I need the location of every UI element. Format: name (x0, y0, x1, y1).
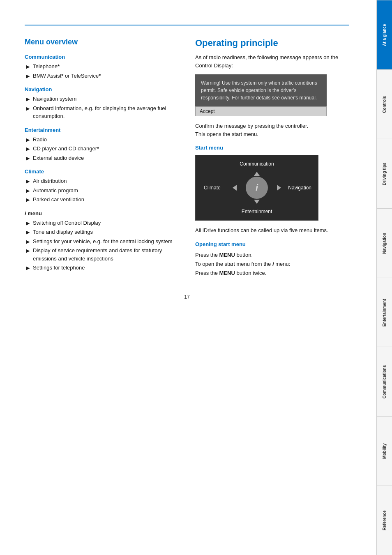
arrow-left-icon (233, 185, 237, 191)
opening-start-menu-heading: Opening start menu (195, 241, 349, 247)
list-item: ▶ External audio device (26, 154, 179, 162)
arrow-icon: ▶ (26, 220, 30, 227)
confirm-text: Confirm the message by pressing the cont… (195, 122, 349, 138)
accept-label: Accept (200, 108, 215, 114)
arrow-icon: ▶ (26, 155, 30, 162)
list-item-text: Switching off Control Display (33, 219, 101, 227)
warning-text: Warning! Use this system only when traff… (201, 80, 317, 101)
arrow-icon: ▶ (26, 96, 30, 103)
arrow-right-icon (277, 185, 281, 191)
list-item: ▶ Automatic program (26, 187, 179, 195)
operating-principle-title: Operating principle (195, 38, 349, 48)
start-menu-diagram: Communication Climate i Navigation Enter… (195, 155, 318, 221)
list-item: ▶ BMW Assist* or TeleService* (26, 72, 179, 80)
list-item-text: CD player and CD changer* (33, 145, 99, 153)
arrow-icon: ▶ (26, 238, 30, 245)
start-menu-heading: Start menu (195, 145, 349, 151)
sidebar-tab-controls[interactable]: Controls (377, 69, 392, 139)
list-item-text: Automatic program (33, 187, 78, 195)
opening-start-menu-text: Press the MENU button. To open the start… (195, 251, 349, 278)
list-item-text: Telephone* (33, 62, 60, 71)
arrow-icon: ▶ (26, 178, 30, 185)
all-idrive-text: All iDrive functions can be called up vi… (195, 226, 349, 235)
i-char: i (272, 261, 274, 267)
right-column: Operating principle As of radio readines… (195, 38, 349, 278)
climate-heading: Climate (25, 168, 179, 175)
arrow-icon: ▶ (26, 196, 30, 203)
arrow-icon: ▶ (26, 105, 30, 112)
list-item-text: Settings for your vehicle, e.g. for the … (33, 237, 173, 246)
list-item-text: Navigation system (33, 95, 76, 103)
entertainment-list: ▶ Radio ▶ CD player and CD changer* ▶ Ex… (25, 136, 179, 162)
navigation-heading: Navigation (25, 86, 179, 92)
sidebar-tab-reference[interactable]: Reference (377, 486, 392, 555)
diagram-navigation-label: Navigation (288, 185, 311, 191)
main-content: Menu overview Communication ▶ Telephone*… (0, 0, 362, 555)
menu-button-bold-1: MENU (219, 252, 235, 258)
list-item: ▶ Onboard information, e.g. for displayi… (26, 104, 179, 120)
list-item: ▶ Tone and display settings (26, 228, 179, 236)
menu-overview-title: Menu overview (25, 38, 179, 46)
diagram-communication-label: Communication (240, 161, 274, 167)
arrow-icon: ▶ (26, 145, 30, 152)
diagram-climate-label: Climate (204, 185, 221, 191)
menu-button-bold-2: MENU (219, 270, 235, 276)
arrow-icon: ▶ (26, 73, 30, 80)
sidebar-tab-entertainment[interactable]: Entertainment (377, 278, 392, 347)
right-sidebar: At a glance Controls Driving tips Naviga… (376, 0, 392, 555)
list-item: ▶ Settings for telephone (26, 264, 179, 272)
arrow-up-icon (254, 172, 260, 176)
sidebar-tab-mobility[interactable]: Mobility (377, 416, 392, 486)
center-i-char: i (256, 182, 258, 193)
list-item-text: Parked car ventilation (33, 196, 84, 204)
list-item: ▶ Settings for your vehicle, e.g. for th… (26, 237, 179, 246)
list-item-text: Air distribution (33, 177, 67, 185)
warning-box: Warning! Use this system only when traff… (195, 74, 327, 106)
page-number: 17 (25, 294, 349, 300)
arrow-icon: ▶ (26, 136, 30, 143)
sidebar-tab-driving-tips[interactable]: Driving tips (377, 139, 392, 208)
communication-heading: Communication (25, 54, 179, 60)
list-item: ▶ Air distribution (26, 177, 179, 185)
left-column: Menu overview Communication ▶ Telephone*… (25, 38, 179, 278)
entertainment-heading: Entertainment (25, 127, 179, 133)
list-item: ▶ Switching off Control Display (26, 219, 179, 227)
list-item-text: Display of service requirements and date… (33, 246, 179, 263)
op-intro-text: As of radio readiness, the following mes… (195, 53, 349, 69)
climate-list: ▶ Air distribution ▶ Automatic program ▶… (25, 177, 179, 204)
list-item-text: Tone and display settings (33, 228, 93, 236)
arrow-icon: ▶ (26, 265, 30, 272)
arrow-icon: ▶ (26, 247, 30, 254)
arrow-icon: ▶ (26, 63, 30, 70)
arrow-icon: ▶ (26, 187, 30, 194)
imenu-list: ▶ Switching off Control Display ▶ Tone a… (25, 219, 179, 272)
list-item-text: Settings for telephone (33, 264, 85, 272)
list-item: ▶ Parked car ventilation (26, 196, 179, 204)
navigation-list: ▶ Navigation system ▶ Onboard informatio… (25, 95, 179, 120)
list-item: ▶ CD player and CD changer* (26, 145, 179, 153)
arrow-down-icon (254, 200, 260, 204)
list-item: ▶ Display of service requirements and da… (26, 246, 179, 263)
sidebar-tab-at-a-glance[interactable]: At a glance (377, 0, 392, 69)
list-item-text: Radio (33, 136, 47, 144)
list-item: ▶ Radio (26, 136, 179, 144)
diagram-entertainment-label: Entertainment (242, 209, 272, 214)
communication-list: ▶ Telephone* ▶ BMW Assist* or TeleServic… (25, 62, 179, 80)
sidebar-tab-communications[interactable]: Communications (377, 347, 392, 416)
arrow-icon: ▶ (26, 229, 30, 236)
diagram-center-button: i (246, 177, 268, 199)
list-item: ▶ Telephone* (26, 62, 179, 71)
list-item-text: BMW Assist* or TeleService* (33, 72, 101, 80)
sidebar-tab-navigation[interactable]: Navigation (377, 208, 392, 278)
list-item-text: External audio device (33, 154, 84, 162)
list-item: ▶ Navigation system (26, 95, 179, 103)
imenu-heading: i menu (25, 210, 179, 216)
accept-bar: Accept (195, 106, 327, 116)
list-item-text: Onboard information, e.g. for displaying… (33, 104, 179, 120)
